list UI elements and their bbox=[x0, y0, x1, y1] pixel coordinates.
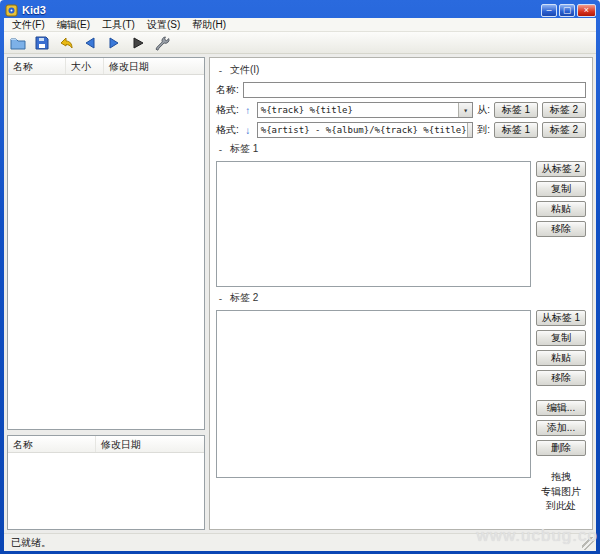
minimize-button[interactable]: – bbox=[541, 4, 557, 17]
file-section-header[interactable]: - 文件(I) bbox=[216, 63, 586, 77]
file-col-size[interactable]: 大小 bbox=[66, 58, 104, 74]
filename-from-tag2-button[interactable]: 标签 2 bbox=[542, 102, 586, 118]
chevron-down-icon[interactable] bbox=[458, 103, 472, 117]
tag1-copy-button[interactable]: 复制 bbox=[536, 181, 586, 197]
format-from-filename-value: %{artist} - %{album}/%{track} %{title} bbox=[261, 125, 467, 135]
tag1-section-header[interactable]: - 标签 1 bbox=[216, 142, 586, 156]
status-text: 已就绪。 bbox=[11, 536, 51, 550]
tag2-delete-button[interactable]: 删除 bbox=[536, 440, 586, 456]
drop-hint-line: 专辑图片 bbox=[536, 485, 586, 500]
app-window: Kid3 – ▢ × 文件(F) 编辑(E) 工具(T) 设置(S) 帮助(H) bbox=[0, 0, 600, 554]
tag2-section-title: 标签 2 bbox=[230, 291, 258, 305]
collapse-icon[interactable]: - bbox=[216, 293, 225, 304]
revert-icon[interactable] bbox=[56, 34, 76, 52]
arrow-down-icon: ↓ bbox=[243, 125, 253, 136]
folder-list-body[interactable] bbox=[8, 453, 204, 529]
next-file-icon[interactable] bbox=[104, 34, 124, 52]
filename-from-tag1-button[interactable]: 标签 1 bbox=[494, 102, 538, 118]
format-down-label: 格式: bbox=[216, 123, 239, 137]
menu-file[interactable]: 文件(F) bbox=[6, 17, 51, 33]
file-section-title: 文件(I) bbox=[230, 63, 259, 77]
status-bar: 已就绪。 bbox=[4, 533, 596, 551]
tag2-paste-button[interactable]: 粘贴 bbox=[536, 350, 586, 366]
file-col-modified[interactable]: 修改日期 bbox=[104, 58, 204, 74]
file-list-body[interactable] bbox=[8, 75, 204, 429]
tag2-fields-table[interactable] bbox=[216, 310, 531, 478]
tag1-paste-button[interactable]: 粘贴 bbox=[536, 201, 586, 217]
arrow-up-icon: ↑ bbox=[243, 105, 253, 116]
tag2-edit-button[interactable]: 编辑... bbox=[536, 400, 586, 416]
client-area: 文件(F) 编辑(E) 工具(T) 设置(S) 帮助(H) bbox=[4, 18, 596, 551]
play-icon[interactable] bbox=[128, 34, 148, 52]
menu-bar: 文件(F) 编辑(E) 工具(T) 设置(S) 帮助(H) bbox=[4, 18, 596, 32]
format-up-label: 格式: bbox=[216, 103, 239, 117]
file-list-header: 名称 大小 修改日期 bbox=[8, 58, 204, 75]
filename-to-tag1-button[interactable]: 标签 1 bbox=[494, 122, 538, 138]
filename-label: 名称: bbox=[216, 83, 239, 97]
app-icon bbox=[5, 4, 18, 17]
format-to-filename-value: %{track} %{title} bbox=[261, 105, 353, 115]
maximize-button[interactable]: ▢ bbox=[559, 4, 575, 17]
menu-edit[interactable]: 编辑(E) bbox=[51, 17, 96, 33]
collapse-icon[interactable]: - bbox=[216, 144, 225, 155]
resize-grip[interactable] bbox=[582, 537, 595, 550]
configure-icon[interactable] bbox=[152, 34, 172, 52]
tag1-remove-button[interactable]: 移除 bbox=[536, 221, 586, 237]
menu-settings[interactable]: 设置(S) bbox=[141, 17, 186, 33]
filename-input[interactable] bbox=[243, 82, 586, 98]
left-column: 名称 大小 修改日期 名称 修改日期 bbox=[7, 57, 205, 530]
filename-to-tag2-button[interactable]: 标签 2 bbox=[542, 122, 586, 138]
tag3-section-title: 标签 3 bbox=[230, 530, 258, 531]
to-label: 到: bbox=[477, 123, 490, 137]
tag2-remove-button[interactable]: 移除 bbox=[536, 370, 586, 386]
format-to-filename-combobox[interactable]: %{track} %{title} bbox=[257, 102, 473, 118]
tag1-from-tag2-button[interactable]: 从标签 2 bbox=[536, 161, 586, 177]
main-area: 名称 大小 修改日期 名称 修改日期 bbox=[4, 54, 596, 533]
file-col-name[interactable]: 名称 bbox=[8, 58, 66, 74]
collapse-icon[interactable]: - bbox=[216, 65, 225, 76]
folder-col-modified[interactable]: 修改日期 bbox=[96, 436, 204, 452]
tag2-from-tag1-button[interactable]: 从标签 1 bbox=[536, 310, 586, 326]
window-title: Kid3 bbox=[22, 4, 46, 16]
tag2-copy-button[interactable]: 复制 bbox=[536, 330, 586, 346]
tag3-section-header[interactable]: - 标签 3 bbox=[216, 530, 586, 531]
album-art-drop-zone[interactable]: 拖拽 专辑图片 到此处 bbox=[536, 470, 586, 514]
tag1-section-title: 标签 1 bbox=[230, 142, 258, 156]
toolbar bbox=[4, 32, 596, 54]
tag2-section-header[interactable]: - 标签 2 bbox=[216, 291, 586, 305]
chevron-down-icon[interactable] bbox=[467, 123, 474, 137]
folder-list-panel: 名称 修改日期 bbox=[7, 435, 205, 530]
save-icon[interactable] bbox=[32, 34, 52, 52]
tag2-add-button[interactable]: 添加... bbox=[536, 420, 586, 436]
tag-editor-panel: - 文件(I) 名称: 格式: ↑ %{track} %{title} 从: 标… bbox=[209, 57, 593, 530]
from-label: 从: bbox=[477, 103, 490, 117]
format-from-filename-combobox[interactable]: %{artist} - %{album}/%{track} %{title} bbox=[257, 122, 473, 138]
menu-help[interactable]: 帮助(H) bbox=[186, 17, 232, 33]
folder-list-header: 名称 修改日期 bbox=[8, 436, 204, 453]
folder-col-name[interactable]: 名称 bbox=[8, 436, 96, 452]
open-icon[interactable] bbox=[8, 34, 28, 52]
close-button[interactable]: × bbox=[577, 4, 596, 17]
file-list-panel: 名称 大小 修改日期 bbox=[7, 57, 205, 430]
menu-tools[interactable]: 工具(T) bbox=[96, 17, 141, 33]
previous-file-icon[interactable] bbox=[80, 34, 100, 52]
drop-hint-line: 到此处 bbox=[536, 499, 586, 514]
tag1-fields-table[interactable] bbox=[216, 161, 531, 287]
drop-hint-line: 拖拽 bbox=[536, 470, 586, 485]
